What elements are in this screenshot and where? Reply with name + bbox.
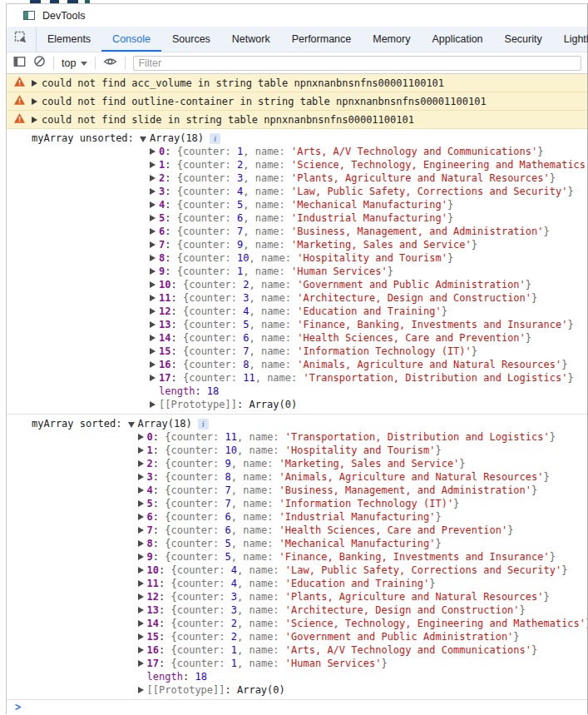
name-value: 'Human Services'	[285, 657, 382, 670]
expand-triangle-icon	[150, 201, 156, 208]
token: {	[177, 251, 183, 265]
tab-performance[interactable]: Performance	[281, 27, 363, 52]
array-item-row[interactable]: 13: {counter: 5, name: 'Finance, Banking…	[140, 318, 587, 331]
show-sidebar-button[interactable]	[13, 56, 26, 71]
name-key: name:	[261, 331, 297, 345]
name-key: name:	[249, 630, 284, 643]
array-item-row[interactable]: 8: {counter: 5, name: 'Mechanical Manufa…	[128, 537, 587, 550]
token: {	[165, 524, 170, 537]
live-expression-button[interactable]	[103, 56, 117, 71]
array-item-row[interactable]: 13: {counter: 3, name: 'Architecture, De…	[128, 603, 587, 617]
expand-triangle-icon	[138, 687, 144, 693]
array-item-row[interactable]: 10: {counter: 2, name: 'Government and P…	[140, 278, 587, 291]
array-item-row[interactable]: 2: {counter: 3, name: 'Plants, Agricultu…	[140, 171, 587, 185]
tab-lighthouse[interactable]: Lighthouse	[553, 27, 588, 52]
array-item-row[interactable]: 14: {counter: 6, name: 'Health Sciences,…	[140, 331, 587, 345]
expand-triangle-icon	[150, 255, 156, 261]
array-item-row[interactable]: 0: {counter: 11, name: 'Transportation, …	[128, 430, 587, 444]
token: {	[183, 358, 189, 371]
array-root-row[interactable]: Array(18)i	[128, 417, 587, 430]
array-item-row[interactable]: 6: {counter: 7, name: 'Business, Managem…	[140, 225, 587, 238]
array-item-row[interactable]: 1: {counter: 10, name: 'Hospitality and …	[128, 444, 587, 457]
console-prompt[interactable]: >	[7, 700, 587, 714]
token: {	[177, 238, 183, 251]
counter-value: 6	[243, 331, 249, 345]
array-item-row[interactable]: 0: {counter: 1, name: 'Arts, A/V Technol…	[140, 145, 587, 158]
item-index: 0	[159, 145, 165, 158]
context-selector-label: top	[62, 57, 76, 69]
array-item-row[interactable]: 1: {counter: 2, name: 'Science, Technolo…	[140, 158, 587, 171]
array-item-row[interactable]: 5: {counter: 7, name: 'Information Techn…	[128, 497, 587, 510]
array-item-row[interactable]: 4: {counter: 5, name: 'Mechanical Manufa…	[140, 198, 587, 211]
array-item-row[interactable]: 11: {counter: 4, name: 'Education and Tr…	[128, 577, 587, 590]
array-item-row[interactable]: 9: {counter: 5, name: 'Finance, Banking,…	[128, 550, 587, 564]
tab-application[interactable]: Application	[421, 27, 493, 52]
context-selector-dropdown[interactable]: top	[62, 57, 87, 69]
name-key: name:	[261, 305, 297, 318]
tab-security[interactable]: Security	[494, 27, 553, 52]
object-tree: Array(18)i0: {counter: 1, name: 'Arts, A…	[140, 132, 587, 411]
tab-sources[interactable]: Sources	[161, 27, 221, 52]
array-root-row[interactable]: Array(18)i	[140, 132, 587, 145]
item-index: 17	[147, 657, 159, 670]
array-item-row[interactable]: 7: {counter: 6, name: 'Health Sciences, …	[128, 524, 587, 537]
array-item-row[interactable]: 15: {counter: 7, name: 'Information Tech…	[140, 345, 587, 358]
clear-console-button[interactable]	[33, 55, 46, 71]
tab-network[interactable]: Network	[221, 27, 281, 52]
array-item-row[interactable]: 12: {counter: 4, name: 'Education and Tr…	[140, 305, 587, 318]
token: ,	[243, 185, 254, 198]
prototype-row[interactable]: [[Prototype]]: Array(0)	[128, 683, 587, 697]
array-item-row[interactable]: 6: {counter: 6, name: 'Industrial Manufa…	[128, 510, 587, 524]
token: }	[472, 345, 477, 358]
array-item-row[interactable]: 17: {counter: 11, name: 'Transportation,…	[140, 371, 587, 385]
array-item-row[interactable]: 16: {counter: 1, name: 'Arts, A/V Techno…	[128, 643, 587, 657]
array-item-row[interactable]: 12: {counter: 3, name: 'Plants, Agricult…	[128, 590, 587, 603]
console-warning-row[interactable]: could not find outline-container in stri…	[7, 92, 587, 111]
tab-console[interactable]: Console	[101, 27, 161, 52]
token: ,	[231, 497, 243, 510]
array-item-row[interactable]: 11: {counter: 3, name: 'Architecture, De…	[140, 291, 587, 305]
name-value: 'Finance, Banking, Investments and Insur…	[279, 550, 550, 564]
counter-value: 6	[237, 211, 243, 225]
counter-key: counter:	[189, 291, 243, 305]
token: :	[171, 331, 183, 345]
token: :	[159, 657, 170, 670]
counter-value: 3	[231, 603, 237, 617]
array-item-row[interactable]: 14: {counter: 2, name: 'Science, Technol…	[128, 617, 587, 630]
array-item-row[interactable]: 5: {counter: 6, name: 'Industrial Manufa…	[140, 211, 587, 225]
console-warning-row[interactable]: could not find slide in string table npn…	[7, 111, 587, 129]
filter-input[interactable]	[133, 56, 581, 71]
token: {	[165, 430, 170, 444]
counter-key: counter:	[189, 358, 243, 371]
expand-triangle-icon	[138, 593, 144, 600]
inspect-element-button[interactable]	[7, 27, 37, 52]
array-item-row[interactable]: 3: {counter: 4, name: 'Law, Public Safet…	[140, 185, 587, 198]
prototype-row[interactable]: [[Prototype]]: Array(0)	[140, 398, 587, 411]
token: :	[153, 457, 165, 470]
item-index: 13	[159, 318, 170, 331]
item-index: 16	[147, 643, 159, 657]
array-item-row[interactable]: 10: {counter: 4, name: 'Law, Public Safe…	[128, 564, 587, 577]
array-item-row[interactable]: 8: {counter: 10, name: 'Hospitality and …	[140, 251, 587, 265]
array-item-row[interactable]: 2: {counter: 9, name: 'Marketing, Sales …	[128, 457, 587, 470]
tab-elements[interactable]: Elements	[37, 27, 101, 52]
token: {	[177, 211, 183, 225]
array-item-row[interactable]: 7: {counter: 9, name: 'Marketing, Sales …	[140, 238, 587, 251]
array-item-row[interactable]: 15: {counter: 2, name: 'Government and P…	[128, 630, 587, 643]
array-item-row[interactable]: 4: {counter: 7, name: 'Business, Managem…	[128, 484, 587, 497]
array-item-row[interactable]: 17: {counter: 1, name: 'Human Services'}	[128, 657, 587, 670]
counter-key: counter:	[171, 430, 225, 444]
counter-key: counter:	[183, 225, 237, 238]
counter-value: 6	[225, 524, 231, 537]
warning-list: could not find acc_volume in string tabl…	[7, 74, 587, 129]
token: }	[561, 358, 567, 371]
array-item-row[interactable]: 3: {counter: 8, name: 'Animals, Agricult…	[128, 470, 587, 484]
item-index: 4	[159, 198, 165, 211]
array-item-row[interactable]: 9: {counter: 1, name: 'Human Services'}	[140, 265, 587, 278]
name-key: name:	[243, 457, 279, 470]
console-warning-row[interactable]: could not find acc_volume in string tabl…	[7, 74, 587, 92]
array-item-row[interactable]: 16: {counter: 8, name: 'Animals, Agricul…	[140, 358, 587, 371]
object-tree: Array(18)i0: {counter: 11, name: 'Transp…	[128, 417, 587, 697]
tab-memory[interactable]: Memory	[362, 27, 421, 52]
expand-triangle-icon	[138, 554, 144, 560]
